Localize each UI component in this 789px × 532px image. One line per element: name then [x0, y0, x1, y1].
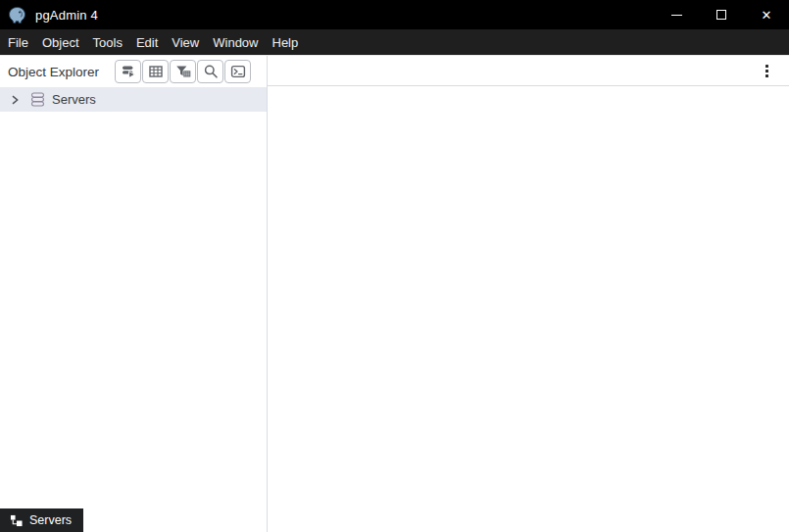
object-explorer-panel: Object Explorer [0, 56, 268, 532]
object-explorer-title: Object Explorer [8, 65, 99, 79]
pgadmin-logo-icon [8, 6, 26, 24]
object-explorer-tree: Servers [0, 87, 267, 532]
window-title: pgAdmin 4 [35, 8, 98, 23]
menu-help[interactable]: Help [266, 29, 306, 55]
filtered-rows-button[interactable] [170, 60, 196, 83]
menu-view[interactable]: View [165, 29, 206, 55]
menu-file[interactable]: File [1, 29, 35, 55]
tree-item-label: Servers [52, 92, 96, 107]
tree-hierarchy-icon [10, 514, 23, 527]
psql-tool-button[interactable] [224, 60, 251, 83]
main-panel-header [268, 56, 789, 86]
menu-bar: File Object Tools Edit View Window Help [0, 29, 789, 55]
query-tool-icon [121, 64, 136, 79]
menu-edit[interactable]: Edit [129, 29, 165, 55]
close-button[interactable]: ✕ [744, 0, 789, 29]
chevron-right-icon[interactable] [10, 95, 20, 105]
menu-tools[interactable]: Tools [86, 29, 129, 55]
menu-object[interactable]: Object [35, 29, 86, 55]
psql-tool-icon [230, 64, 246, 79]
object-explorer-header: Object Explorer [0, 56, 267, 87]
object-explorer-toolbar [115, 60, 251, 83]
kebab-menu-icon[interactable] [763, 62, 771, 80]
maximize-icon [716, 10, 726, 20]
main-panel [268, 56, 789, 532]
content-area: Object Explorer [0, 55, 789, 532]
tree-item-servers[interactable]: Servers [0, 87, 267, 112]
server-stack-icon [29, 91, 46, 108]
close-icon: ✕ [762, 9, 772, 22]
window-controls: ✕ [654, 0, 789, 29]
query-tool-button[interactable] [115, 60, 141, 83]
view-data-button[interactable] [142, 60, 169, 83]
filtered-rows-icon [175, 64, 191, 79]
minimize-button[interactable] [654, 0, 699, 29]
bottom-tab-servers[interactable]: Servers [0, 508, 83, 532]
main-panel-body [268, 86, 789, 532]
minimize-icon [671, 15, 682, 16]
maximize-button[interactable] [699, 0, 744, 29]
menu-window[interactable]: Window [206, 29, 265, 55]
title-bar: pgAdmin 4 ✕ [0, 0, 789, 29]
view-data-icon [148, 64, 164, 79]
search-objects-button[interactable] [197, 60, 223, 83]
search-objects-icon [203, 64, 219, 79]
bottom-tab-label: Servers [29, 513, 72, 527]
